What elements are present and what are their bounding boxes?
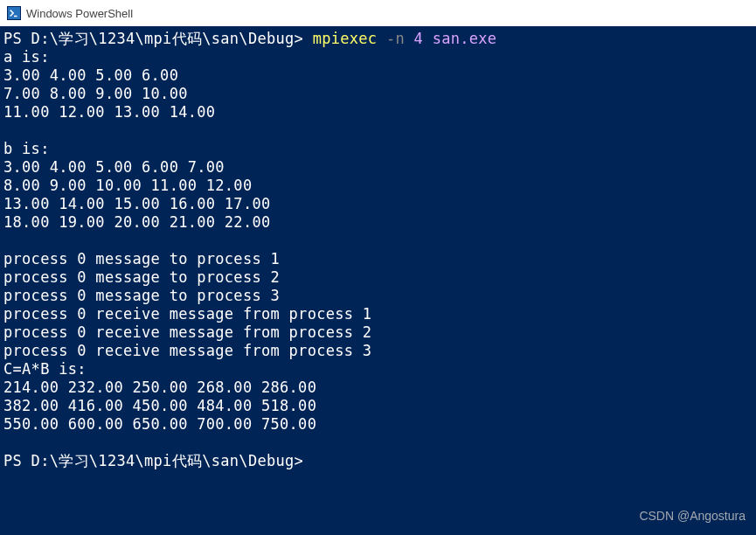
output-line: 214.00 232.00 250.00 268.00 286.00 [3,379,316,396]
output-line: b is: [3,140,50,157]
output-line: 3.00 4.00 5.00 6.00 [3,66,178,84]
output-line: process 0 receive message from process 3 [3,342,371,359]
watermark-text: CSDN @Angostura [639,509,746,523]
output-line: 382.00 416.00 450.00 484.00 518.00 [3,397,316,414]
prompt-ps: PS [3,30,31,47]
command-arg: san.exe [433,30,497,47]
output-line: 550.00 600.00 650.00 700.00 750.00 [3,415,316,433]
output-line: process 0 receive message from process 1 [3,305,371,323]
output-line: process 0 message to process 2 [3,268,280,286]
output-line: a is: [3,48,50,66]
output-line: process 0 receive message from process 2 [3,323,371,341]
powershell-icon [7,6,21,20]
output-line: 8.00 9.00 10.00 11.00 12.00 [3,177,252,194]
command-num: 4 [405,30,433,47]
output-line: 3.00 4.00 5.00 6.00 7.00 [3,158,225,176]
output-line: 13.00 14.00 15.00 16.00 17.00 [3,195,271,212]
command-flag: -n [386,30,405,47]
prompt-path: D:\学习\1234\mpi代码\san\Debug> [31,30,313,47]
output-line: C=A*B is: [3,360,87,378]
output-line: process 0 message to process 1 [3,250,280,268]
output-line: 11.00 12.00 13.00 14.00 [3,103,215,121]
output-line: 7.00 8.00 9.00 10.00 [3,85,188,102]
title-bar[interactable]: Windows PowerShell [0,0,756,26]
output-line: 18.00 19.00 20.00 21.00 22.00 [3,213,271,231]
prompt-path: D:\学习\1234\mpi代码\san\Debug> [31,452,313,469]
window-title: Windows PowerShell [26,7,133,20]
prompt-ps: PS [3,452,31,469]
command: mpiexec [313,30,386,47]
output-line: process 0 message to process 3 [3,287,280,304]
terminal-area[interactable]: PS D:\学习\1234\mpi代码\san\Debug> mpiexec -… [0,26,756,535]
